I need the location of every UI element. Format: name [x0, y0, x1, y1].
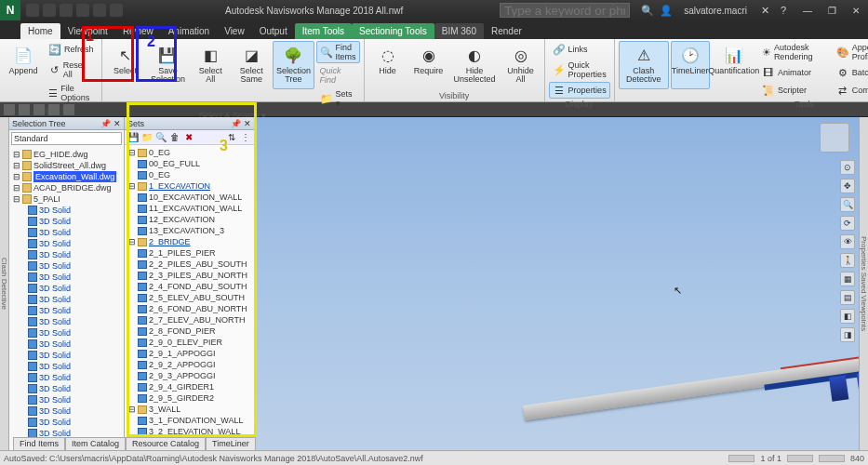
viewcube[interactable]: [820, 123, 849, 153]
tab-sectioning-tools[interactable]: Sectioning Tools: [352, 23, 434, 39]
tree-item-solid[interactable]: 3D Solid: [11, 205, 122, 216]
right-dock-tab[interactable]: Properties Saved Viewpoints: [859, 117, 868, 450]
appearance-profiler-button[interactable]: 🎨Appearance Profiler: [833, 41, 868, 63]
sets-header[interactable]: Sets 📌✕: [125, 117, 254, 130]
bottom-tab-resource-catalog[interactable]: Resource Catalog: [126, 437, 206, 450]
sets-folder[interactable]: ⊟2_BRIDGE: [127, 236, 252, 247]
tab-output[interactable]: Output: [252, 23, 295, 39]
sets-item[interactable]: 2_3_PILES_ABU_NORTH: [127, 270, 252, 281]
nav-tool-icon[interactable]: ◧: [840, 309, 855, 324]
tab-render[interactable]: Render: [484, 23, 529, 39]
properties-button[interactable]: ☰Properties: [549, 82, 610, 99]
nav-look-icon[interactable]: 👁: [840, 234, 855, 249]
user-name[interactable]: salvatore.macri: [684, 6, 747, 16]
tree-item-solid[interactable]: 3D Solid: [11, 417, 122, 428]
sets-item[interactable]: 2_7_ELEV_ABU_NORTH: [127, 314, 252, 326]
bridge-model[interactable]: [520, 307, 859, 450]
qat-btn[interactable]: [43, 4, 56, 17]
tree-item-solid[interactable]: 3D Solid: [11, 316, 122, 327]
clash-detective-button[interactable]: ⚠Clash Detective: [619, 41, 669, 89]
animator-button[interactable]: 🎞Animator: [758, 64, 831, 81]
sets-tool-icon[interactable]: 📁: [141, 132, 153, 143]
sets-tool-icon[interactable]: ✖: [183, 132, 194, 143]
maximize-button[interactable]: ❐: [820, 0, 844, 20]
tree-item[interactable]: ⊟SolidStreet_All.dwg: [11, 160, 122, 171]
tree-item-solid[interactable]: 3D Solid: [11, 227, 122, 238]
doc-btn[interactable]: [19, 104, 30, 115]
sets-tool-icon[interactable]: 🔍: [155, 132, 167, 143]
nav-walk-icon[interactable]: 🚶: [840, 253, 855, 268]
tree-item-solid[interactable]: 3D Solid: [11, 249, 122, 260]
selection-tree-button[interactable]: 🌳 Selection Tree: [273, 41, 314, 89]
sets-body[interactable]: ⊟0_EG00_EG_FULL0_EG⊟1_EXCAVATION10_EXCAV…: [125, 145, 254, 450]
tree-item-solid[interactable]: 3D Solid: [11, 372, 122, 383]
reset-all-button[interactable]: ↺Reset All: [45, 59, 98, 81]
doc-btn[interactable]: [63, 104, 74, 115]
tree-item-solid[interactable]: 3D Solid: [11, 260, 122, 272]
tab-item-tools[interactable]: Item Tools: [295, 23, 352, 39]
sets-item[interactable]: 2_9_4_GIRDER1: [127, 381, 252, 392]
tree-item-solid[interactable]: 3D Solid: [11, 394, 122, 405]
nav-zoom-icon[interactable]: 🔍: [840, 197, 855, 212]
pin-icon[interactable]: 📌: [231, 119, 241, 128]
nav-wheel-icon[interactable]: ⊙: [840, 160, 855, 175]
compare-button[interactable]: ⇄Compare: [833, 82, 868, 99]
help-search-input[interactable]: [500, 3, 630, 18]
sets-item[interactable]: 10_EXCAVATION_WALL: [127, 192, 252, 203]
tab-home[interactable]: Home: [20, 23, 60, 39]
require-button[interactable]: ◉Require: [409, 41, 448, 89]
sets-item[interactable]: 0_EG: [127, 169, 252, 180]
sets-item[interactable]: 2_9_2_APPOGGI: [127, 359, 252, 370]
hide-unselected-button[interactable]: ◐Hide Unselected: [450, 41, 500, 89]
sets-item[interactable]: 2_9_3_APPOGGI: [127, 370, 252, 381]
qat-btn[interactable]: [93, 4, 106, 17]
tree-item-solid[interactable]: 3D Solid: [11, 294, 122, 305]
sets-tool-icon[interactable]: 💾: [127, 132, 139, 143]
close-panel-icon[interactable]: ✕: [114, 119, 121, 128]
nav-pan-icon[interactable]: ✥: [840, 179, 855, 193]
unhide-all-button[interactable]: ◎Unhide All: [501, 41, 541, 89]
links-button[interactable]: 🔗Links: [549, 41, 610, 58]
tree-item[interactable]: ⊟EG_HIDE.dwg: [11, 149, 122, 160]
bottom-tab-timeliner[interactable]: TimeLiner: [206, 437, 256, 450]
doc-btn[interactable]: [33, 104, 45, 115]
tree-item[interactable]: ⊟5_PALI: [11, 193, 122, 205]
sets-folder[interactable]: ⊟0_EG: [127, 147, 252, 158]
sets-item[interactable]: 2_9_5_GIRDER2: [127, 392, 252, 404]
tree-item-solid[interactable]: 3D Solid: [11, 283, 122, 294]
tree-item-solid[interactable]: 3D Solid: [11, 272, 122, 283]
tab-bim360[interactable]: BIM 360: [434, 23, 484, 39]
sets-item[interactable]: 2_9_1_APPOGGI: [127, 348, 252, 359]
selection-tree-header[interactable]: Selection Tree 📌✕: [9, 117, 124, 130]
qat-btn[interactable]: [60, 4, 73, 17]
sets-item[interactable]: 2_6_FOND_ABU_NORTH: [127, 303, 252, 314]
sets-item[interactable]: 2_1_PILES_PIER: [127, 247, 252, 259]
sets-item[interactable]: 3_2_ELEVATION_WALL: [127, 426, 252, 437]
sets-item[interactable]: 2_2_PILES_ABU_SOUTH: [127, 259, 252, 270]
app-logo[interactable]: N: [0, 0, 20, 20]
qat-btn[interactable]: [26, 4, 39, 17]
nav-tool-icon[interactable]: ▦: [840, 272, 855, 286]
minimize-button[interactable]: —: [795, 0, 820, 20]
select-all-button[interactable]: ◧ Select All: [191, 41, 230, 89]
quick-properties-button[interactable]: ⚡Quick Properties: [549, 59, 610, 81]
select-button[interactable]: ↖ Select: [106, 41, 145, 89]
tree-item-solid[interactable]: 3D Solid: [11, 383, 122, 394]
timeliner-button[interactable]: 🕑TimeLiner: [671, 41, 710, 89]
batch-utility-button[interactable]: ⚙Batch Utility: [833, 64, 868, 81]
sets-item[interactable]: 12_EXCAVATION: [127, 214, 252, 225]
bottom-tab-find-items[interactable]: Find Items: [13, 437, 65, 450]
close-panel-icon[interactable]: ✕: [244, 119, 251, 128]
tree-item-solid[interactable]: 3D Solid: [11, 216, 122, 227]
hide-button[interactable]: ◌Hide: [368, 41, 407, 89]
tree-item-solid[interactable]: 3D Solid: [11, 305, 122, 316]
sets-item[interactable]: 3_1_FONDATION_WALL: [127, 415, 252, 426]
tree-item[interactable]: ⊟Excavation_Wall.dwg: [11, 171, 122, 182]
scripter-button[interactable]: 📜Scripter: [758, 82, 831, 99]
autodesk-rendering-button[interactable]: ☀Autodesk Rendering: [758, 41, 831, 63]
sets-folder[interactable]: ⊟1_EXCAVATION: [127, 180, 252, 192]
tab-view[interactable]: View: [217, 23, 252, 39]
sets-tool-icon[interactable]: 🗑: [169, 132, 180, 143]
nav-tool-icon[interactable]: ▤: [840, 290, 855, 305]
tree-item-solid[interactable]: 3D Solid: [11, 238, 122, 249]
